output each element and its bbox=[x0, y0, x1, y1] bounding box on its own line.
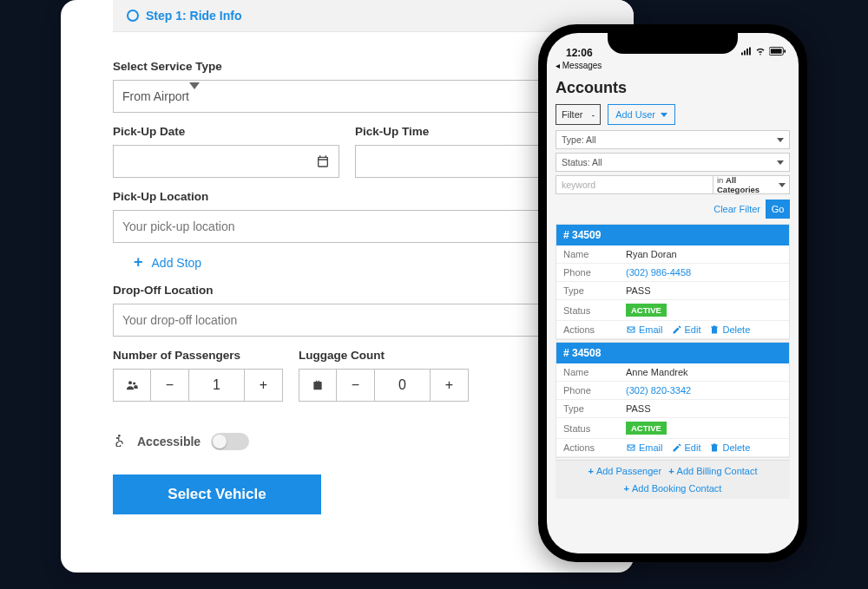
accessible-label: Accessible bbox=[137, 435, 201, 448]
phone-mockup: 12:06 ◂ Messages Accounts Filter - bbox=[538, 24, 807, 562]
bottom-action-bar: + Add Passenger + Add Billing Contact + … bbox=[556, 460, 790, 499]
luggage-value: 0 bbox=[375, 369, 431, 402]
account-type: PASS bbox=[626, 403, 651, 414]
clear-filter-link[interactable]: Clear Filter bbox=[713, 204, 760, 214]
go-button[interactable]: Go bbox=[766, 200, 790, 219]
passengers-label: Number of Passengers bbox=[113, 349, 283, 362]
svg-rect-10 bbox=[784, 49, 786, 53]
pickup-date-field[interactable] bbox=[122, 154, 316, 168]
svg-rect-6 bbox=[746, 49, 748, 56]
step-title: Step 1: Ride Info bbox=[146, 9, 241, 23]
account-card: # 34508 NameAnne Mandrek Phone(302) 820-… bbox=[556, 342, 790, 458]
service-type-select[interactable]: From Airport bbox=[113, 80, 582, 113]
luggage-stepper: − 0 + bbox=[299, 369, 469, 402]
svg-rect-5 bbox=[744, 50, 746, 55]
status-badge: ACTIVE bbox=[626, 304, 667, 317]
add-stop-label: Add Stop bbox=[152, 256, 202, 270]
account-phone-link[interactable]: (302) 820-3342 bbox=[626, 385, 691, 396]
pickup-date-input[interactable] bbox=[113, 145, 339, 178]
accessible-toggle[interactable] bbox=[211, 433, 249, 450]
passengers-value: 1 bbox=[189, 369, 245, 402]
chevron-down-icon bbox=[777, 160, 784, 165]
plus-icon: + bbox=[134, 253, 143, 272]
dropoff-location-label: Drop-Off Location bbox=[113, 284, 582, 297]
select-vehicle-label: Select Vehicle bbox=[168, 486, 266, 503]
luggage-icon bbox=[299, 369, 337, 402]
status-select[interactable]: Status: All bbox=[556, 153, 790, 172]
filter-dropdown[interactable]: Filter - bbox=[556, 104, 601, 125]
type-select[interactable]: Type: All bbox=[556, 130, 790, 149]
pickup-date-label: Pick-Up Date bbox=[113, 125, 339, 138]
add-booking-link[interactable]: + Add Booking Contact bbox=[624, 483, 722, 494]
account-phone-link[interactable]: (302) 986-4458 bbox=[626, 267, 691, 278]
page-title: Accounts bbox=[556, 79, 790, 97]
battery-icon bbox=[769, 46, 786, 59]
step-header: Step 1: Ride Info bbox=[113, 0, 634, 32]
status-badge: ACTIVE bbox=[626, 422, 667, 435]
luggage-decrement[interactable]: − bbox=[337, 369, 375, 402]
svg-point-3 bbox=[118, 435, 121, 437]
svg-point-1 bbox=[128, 381, 132, 384]
passengers-stepper: − 1 + bbox=[113, 369, 283, 402]
service-type-value: From Airport bbox=[122, 89, 189, 103]
chevron-down-icon bbox=[661, 113, 667, 117]
chevron-down-icon bbox=[779, 183, 786, 187]
edit-action[interactable]: Edit bbox=[672, 324, 701, 335]
pickup-location-field[interactable] bbox=[122, 219, 549, 233]
account-type: PASS bbox=[626, 285, 651, 296]
step-indicator-icon bbox=[127, 10, 139, 22]
chevron-down-icon bbox=[189, 89, 200, 103]
email-action[interactable]: Email bbox=[626, 324, 663, 335]
passengers-decrement[interactable]: − bbox=[151, 369, 189, 402]
luggage-increment[interactable]: + bbox=[431, 369, 469, 402]
service-type-label: Select Service Type bbox=[113, 60, 582, 73]
account-id: # 34508 bbox=[556, 343, 789, 363]
svg-rect-7 bbox=[749, 48, 751, 56]
signal-icon bbox=[741, 46, 752, 59]
svg-rect-9 bbox=[771, 49, 782, 53]
wifi-icon bbox=[755, 46, 766, 59]
account-card: # 34509 NameRyan Doran Phone(302) 986-44… bbox=[556, 224, 790, 340]
account-name: Anne Mandrek bbox=[626, 367, 688, 377]
svg-rect-4 bbox=[741, 53, 743, 56]
account-name: Ryan Doran bbox=[626, 249, 677, 259]
delete-action[interactable]: Delete bbox=[709, 324, 750, 335]
status-time: 12:06 bbox=[566, 47, 593, 59]
people-icon bbox=[113, 369, 151, 402]
calendar-icon bbox=[316, 154, 330, 168]
add-stop-button[interactable]: + Add Stop bbox=[134, 253, 582, 272]
pickup-time-field[interactable] bbox=[365, 154, 558, 168]
phone-notch bbox=[608, 33, 738, 54]
add-user-button[interactable]: Add User bbox=[608, 104, 675, 125]
add-billing-link[interactable]: + Add Billing Contact bbox=[668, 466, 757, 476]
chevron-down-icon bbox=[777, 138, 784, 142]
svg-point-2 bbox=[133, 382, 135, 384]
account-id: # 34509 bbox=[556, 225, 789, 245]
passengers-increment[interactable]: + bbox=[245, 369, 283, 402]
email-action[interactable]: Email bbox=[626, 442, 663, 453]
pickup-location-input[interactable] bbox=[113, 210, 582, 243]
back-to-messages[interactable]: ◂ Messages bbox=[547, 61, 799, 70]
add-passenger-link[interactable]: + Add Passenger bbox=[588, 466, 661, 476]
accessible-icon bbox=[113, 433, 127, 450]
dropoff-location-field[interactable] bbox=[122, 313, 549, 327]
dropoff-location-input[interactable] bbox=[113, 304, 582, 337]
pickup-location-label: Pick-Up Location bbox=[113, 190, 582, 203]
select-vehicle-button[interactable]: Select Vehicle bbox=[113, 474, 321, 514]
delete-action[interactable]: Delete bbox=[709, 442, 750, 453]
keyword-input[interactable]: keyword bbox=[556, 175, 713, 194]
category-select[interactable]: in All Categories bbox=[713, 175, 790, 194]
luggage-label: Luggage Count bbox=[299, 349, 469, 362]
edit-action[interactable]: Edit bbox=[672, 442, 701, 453]
